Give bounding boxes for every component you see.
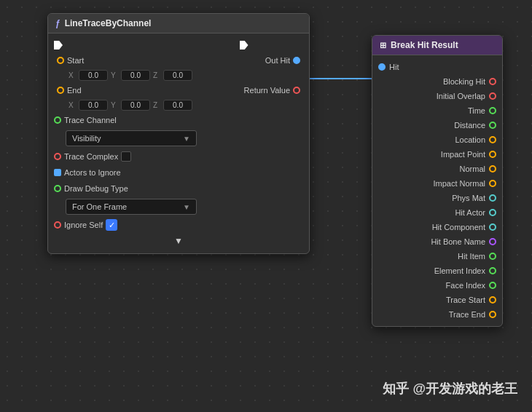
time-row: Time bbox=[372, 103, 502, 118]
return-pin[interactable] bbox=[293, 87, 300, 94]
hit-bone-name-pin[interactable] bbox=[489, 238, 496, 245]
ignore-self-checkbox[interactable]: ✓ bbox=[106, 219, 117, 231]
end-x-input[interactable] bbox=[79, 100, 108, 111]
ignore-self-pin[interactable] bbox=[54, 221, 61, 229]
end-label: End bbox=[67, 86, 82, 95]
location-pin[interactable] bbox=[489, 136, 496, 143]
location-label: Location bbox=[455, 135, 485, 144]
watermark: 知乎 @开发游戏的老王 bbox=[383, 380, 517, 397]
trace-channel-pin-row: Trace Channel bbox=[48, 112, 309, 128]
initial-overlap-row: Initial Overlap bbox=[372, 89, 502, 103]
start-z-input[interactable] bbox=[163, 70, 192, 81]
trace-node: ƒ LineTraceByChannel Start X Y bbox=[47, 13, 310, 254]
distance-pin[interactable] bbox=[489, 122, 496, 129]
ignore-self-row: Ignore Self ✓ bbox=[48, 217, 309, 233]
location-row: Location bbox=[372, 132, 502, 147]
trace-channel-dropdown-row: Visibility ▼ bbox=[48, 128, 309, 148]
trace-complex-row: Trace Complex bbox=[48, 148, 309, 165]
end-xyz: X Y Z bbox=[51, 98, 198, 112]
distance-row: Distance bbox=[372, 118, 502, 132]
exec-row bbox=[48, 38, 309, 52]
hit-item-label: Hit Item bbox=[458, 252, 485, 261]
break-node: ⊞ Break Hit Result Hit Blocking Hit Init… bbox=[372, 35, 503, 327]
return-section: Return Value bbox=[201, 82, 309, 112]
trace-complex-checkbox[interactable] bbox=[121, 151, 131, 162]
trace-channel-pin[interactable] bbox=[54, 116, 61, 124]
draw-debug-label: Draw Debug Type bbox=[64, 184, 128, 193]
exec-out-pin[interactable] bbox=[240, 41, 249, 49]
actors-ignore-pin[interactable] bbox=[54, 169, 61, 176]
break-icon: ⊞ bbox=[380, 41, 386, 50]
start-out-hit-row: Start X Y Z Out Hit bbox=[48, 52, 309, 82]
break-node-body: Hit Blocking Hit Initial Overlap Time Di… bbox=[372, 55, 502, 326]
normal-row: Normal bbox=[372, 162, 502, 176]
trace-channel-value: Visibility bbox=[72, 134, 101, 143]
y-label: Y bbox=[111, 71, 118, 79]
hit-item-row: Hit Item bbox=[372, 249, 502, 264]
exec-in-pin[interactable] bbox=[54, 41, 63, 49]
start-section: Start X Y Z bbox=[48, 52, 201, 82]
trace-node-header: ƒ LineTraceByChannel bbox=[48, 14, 309, 33]
expand-button[interactable]: ▼ bbox=[48, 233, 309, 249]
end-y-input[interactable] bbox=[121, 100, 150, 111]
trace-complex-pin[interactable] bbox=[54, 153, 61, 160]
end-pin[interactable] bbox=[57, 87, 64, 94]
end-section: End X Y Z bbox=[48, 82, 201, 112]
end-z-input[interactable] bbox=[163, 100, 192, 111]
trace-complex-label: Trace Complex bbox=[64, 152, 118, 161]
normal-pin[interactable] bbox=[489, 165, 496, 173]
start-xyz: X Y Z bbox=[51, 68, 198, 82]
initial-overlap-pin[interactable] bbox=[489, 92, 496, 100]
impact-normal-label: Impact Normal bbox=[433, 179, 485, 188]
blocking-hit-pin[interactable] bbox=[489, 78, 496, 85]
draw-debug-pin[interactable] bbox=[54, 185, 61, 192]
impact-point-pin[interactable] bbox=[489, 151, 496, 158]
break-node-header: ⊞ Break Hit Result bbox=[372, 36, 502, 55]
phys-mat-row: Phys Mat bbox=[372, 191, 502, 205]
ey-label: Y bbox=[111, 101, 118, 109]
time-pin[interactable] bbox=[489, 107, 496, 114]
hit-actor-pin[interactable] bbox=[489, 209, 496, 216]
hit-label: Hit bbox=[389, 63, 399, 71]
blocking-hit-row: Blocking Hit bbox=[372, 74, 502, 89]
trace-start-label: Trace Start bbox=[446, 296, 485, 304]
hit-item-pin[interactable] bbox=[489, 253, 496, 260]
hit-actor-row: Hit Actor bbox=[372, 205, 502, 220]
return-label: Return Value bbox=[244, 86, 290, 95]
start-y-input[interactable] bbox=[121, 70, 150, 81]
hit-bone-name-row: Hit Bone Name bbox=[372, 234, 502, 249]
out-hit-pin[interactable] bbox=[293, 57, 300, 64]
normal-label: Normal bbox=[460, 165, 485, 173]
trace-start-pin[interactable] bbox=[489, 296, 496, 304]
trace-channel-label: Trace Channel bbox=[64, 116, 117, 124]
actors-ignore-row: Actors to Ignore bbox=[48, 165, 309, 181]
phys-mat-pin[interactable] bbox=[489, 194, 496, 202]
hit-actor-label: Hit Actor bbox=[455, 208, 485, 217]
impact-point-row: Impact Point bbox=[372, 147, 502, 162]
x-label: X bbox=[69, 71, 76, 79]
start-pin-row: Start bbox=[51, 52, 198, 68]
trace-end-pin[interactable] bbox=[489, 311, 496, 318]
out-hit-section: Out Hit bbox=[201, 52, 309, 82]
impact-normal-pin[interactable] bbox=[489, 180, 496, 187]
trace-channel-arrow: ▼ bbox=[183, 135, 190, 143]
time-label: Time bbox=[468, 106, 485, 115]
element-index-pin[interactable] bbox=[489, 267, 496, 274]
end-pin-row: End bbox=[51, 82, 198, 98]
hit-input-pin[interactable] bbox=[378, 63, 386, 71]
trace-channel-dropdown[interactable]: Visibility ▼ bbox=[66, 130, 197, 146]
initial-overlap-label: Initial Overlap bbox=[437, 92, 485, 100]
hit-component-pin[interactable] bbox=[489, 223, 496, 231]
z-label: Z bbox=[153, 71, 160, 79]
impact-normal-row: Impact Normal bbox=[372, 176, 502, 191]
element-index-row: Element Index bbox=[372, 264, 502, 278]
draw-debug-arrow: ▼ bbox=[183, 203, 190, 211]
face-index-pin[interactable] bbox=[489, 282, 496, 289]
hit-bone-name-label: Hit Bone Name bbox=[431, 237, 485, 246]
start-pin[interactable] bbox=[57, 57, 64, 64]
hit-component-label: Hit Component bbox=[432, 223, 485, 231]
ex-label: X bbox=[69, 101, 76, 109]
start-x-input[interactable] bbox=[79, 70, 108, 81]
draw-debug-value: For One Frame bbox=[72, 202, 127, 211]
draw-debug-dropdown[interactable]: For One Frame ▼ bbox=[66, 199, 197, 215]
